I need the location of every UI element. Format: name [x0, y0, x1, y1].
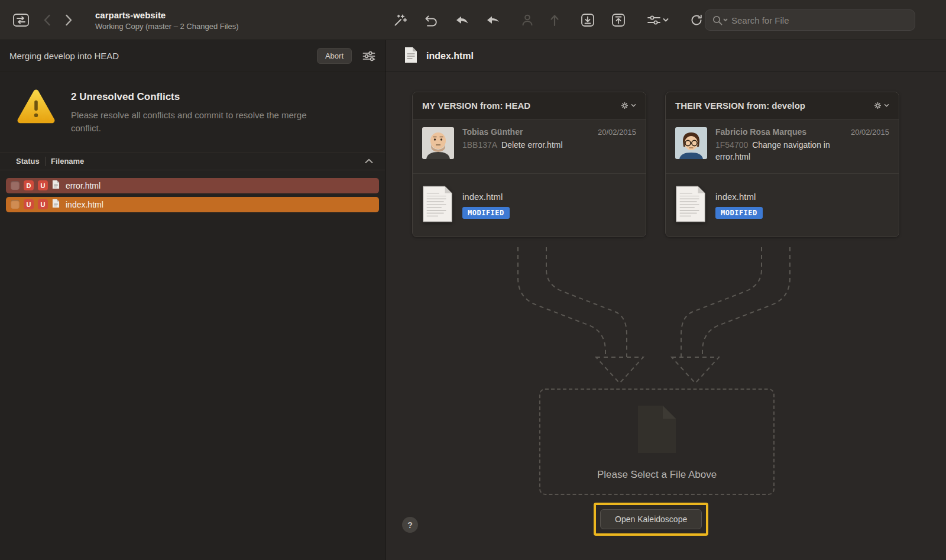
search-icon [711, 14, 729, 26]
gear-icon [873, 101, 882, 110]
stash-apply-icon[interactable] [486, 14, 500, 26]
my-version-commit: Tobias Günther 20/02/2015 1BB137A Delete… [413, 119, 646, 174]
merge-header: Merging develop into HEAD Abort [0, 40, 385, 72]
merge-arrows-graphic [504, 241, 835, 395]
commit-icon[interactable] [521, 14, 533, 27]
commit-date: 20/02/2015 [851, 128, 889, 137]
their-version-commit: Fabricio Rosa Marques 20/02/2015 1F54700… [666, 119, 899, 174]
chevron-down-icon [631, 103, 636, 108]
refresh-icon[interactable] [690, 14, 703, 27]
version-options-button[interactable] [873, 101, 889, 110]
push-icon[interactable] [611, 13, 626, 27]
status-badge-unmerged: U [24, 199, 34, 209]
toolbar: carparts-website Working Copy (master – … [0, 0, 946, 40]
stage-checkbox[interactable] [11, 200, 20, 209]
filename-label: index.html [66, 200, 103, 209]
chevron-down-icon [663, 18, 669, 22]
ghost-document-icon [637, 405, 676, 456]
repo-title-block: carparts-website Working Copy (master – … [95, 10, 239, 31]
file-row-error[interactable]: D U error.html [6, 178, 379, 193]
their-version-header-label: THEIR VERSION from: develop [675, 101, 805, 111]
status-badge-unmerged: U [38, 199, 48, 209]
their-version-header: THEIR VERSION from: develop [666, 92, 899, 119]
avatar-tobias [422, 127, 454, 159]
avatar-fabricio [675, 127, 707, 159]
version-file-name: index.html [715, 192, 763, 202]
repo-name: carparts-website [95, 10, 239, 20]
merge-result-dropzone: Please Select a File Above [539, 389, 775, 495]
status-column-header: Status [0, 157, 46, 166]
file-thumbnail [422, 185, 453, 225]
file-thumbnail [675, 185, 706, 225]
my-version-header-label: MY VERSION from: HEAD [422, 101, 530, 111]
modified-status-badge: MODIFIED [715, 207, 763, 219]
quick-actions-wand-icon[interactable] [393, 13, 407, 27]
commit-hash: 1F54700 [715, 140, 748, 150]
commit-date: 20/02/2015 [598, 128, 636, 137]
modified-status-badge: MODIFIED [462, 207, 510, 219]
version-options-button[interactable] [620, 101, 636, 110]
open-kaleidoscope-button[interactable]: Open Kaleidoscope [600, 509, 702, 529]
stash-icon[interactable] [455, 14, 469, 26]
tower-window: carparts-website Working Copy (master – … [0, 0, 946, 560]
author-name: Tobias Günther [462, 127, 523, 137]
file-icon [52, 199, 60, 211]
filter-sliders-icon[interactable] [362, 51, 375, 61]
file-list-header: Status Filename [0, 153, 385, 170]
my-version-card: MY VERSION from: HEAD [412, 92, 646, 237]
push-up-arrow-icon[interactable] [550, 14, 559, 27]
search-input[interactable] [731, 15, 909, 25]
author-name: Fabricio Rosa Marques [715, 127, 806, 137]
their-version-card: THEIR VERSION from: develop [665, 92, 899, 237]
stage-checkbox[interactable] [11, 181, 20, 190]
undo-icon[interactable] [424, 14, 439, 27]
file-icon [52, 180, 60, 192]
conflicts-count-title: 2 Unresolved Conflicts [71, 91, 325, 103]
their-version-file[interactable]: index.html MODIFIED [666, 174, 899, 237]
dropzone-hint-text: Please Select a File Above [540, 469, 773, 481]
conflicts-warning: 2 Unresolved Conflicts Please resolve al… [0, 72, 385, 153]
commit-hash: 1BB137A [462, 140, 497, 150]
sort-chevron-up-icon[interactable] [365, 158, 385, 164]
merge-title: Merging develop into HEAD [9, 51, 317, 61]
document-icon [404, 47, 417, 66]
filename-label: error.html [66, 181, 101, 190]
help-button[interactable]: ? [402, 517, 418, 533]
my-version-file[interactable]: index.html MODIFIED [413, 174, 646, 237]
abort-button[interactable]: Abort [317, 48, 352, 64]
repository-icon[interactable] [13, 14, 29, 27]
merge-panel: Merging develop into HEAD Abort [0, 40, 385, 560]
warning-triangle-icon [17, 89, 56, 135]
forward-icon[interactable] [65, 14, 73, 27]
gear-icon [620, 101, 629, 110]
repo-subtitle: Working Copy (master – 2 Changed Files) [95, 22, 239, 31]
status-badge-deleted: D [24, 180, 34, 190]
selected-file-title: index.html [426, 51, 474, 61]
workflow-sliders-icon[interactable] [647, 14, 669, 26]
search-field[interactable] [705, 9, 915, 31]
status-badge-unmerged: U [38, 180, 48, 190]
file-row-index[interactable]: U U index.html [6, 197, 379, 212]
back-icon[interactable] [43, 14, 51, 27]
filename-column-header: Filename [46, 157, 365, 166]
conflict-detail-panel: index.html MY VERSION from: HEAD [385, 40, 946, 560]
chevron-down-icon [884, 103, 889, 108]
commit-message: Delete error.html [501, 140, 562, 150]
pull-icon[interactable] [581, 13, 595, 27]
conflicts-message: Please resolve all conflicts and commit … [71, 109, 325, 135]
detail-header: index.html [385, 40, 946, 72]
version-file-name: index.html [462, 192, 510, 202]
kaleidoscope-highlight-annotation: Open Kaleidoscope [594, 503, 708, 536]
my-version-header: MY VERSION from: HEAD [413, 92, 646, 119]
